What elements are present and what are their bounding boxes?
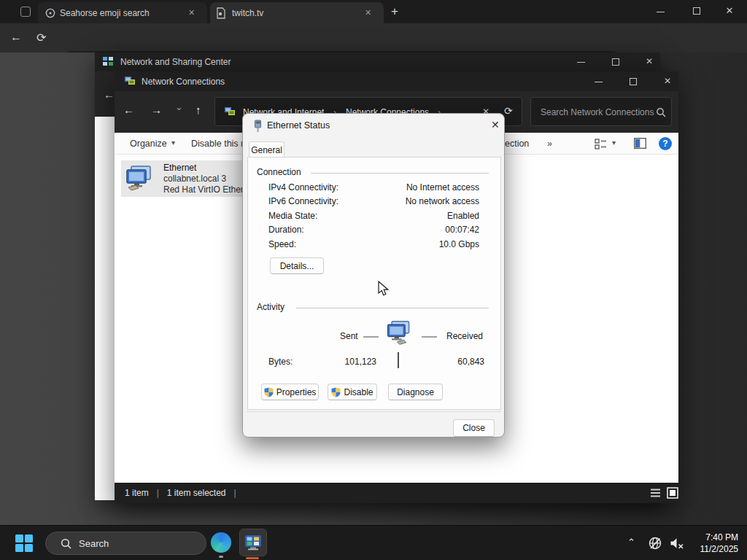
- nc-address-icon: [224, 106, 236, 118]
- clock-date: 11/2/2025: [678, 543, 738, 555]
- details-view-icon[interactable]: [650, 488, 661, 498]
- nsc-maximize-button[interactable]: [612, 58, 619, 66]
- preview-pane-icon[interactable]: [634, 138, 646, 149]
- row-value: 00:07:42: [445, 225, 479, 235]
- general-tab-page: Connection IPv4 Connectivity: No Interne…: [247, 157, 501, 410]
- row-label: Duration:: [268, 225, 304, 235]
- uac-shield-icon: [264, 387, 274, 397]
- taskbar-search-box[interactable]: Search: [45, 532, 206, 555]
- ethernet-connection-icon: [125, 163, 156, 194]
- nsc-close-button[interactable]: ✕: [646, 56, 653, 66]
- disable-button[interactable]: Disable: [328, 384, 377, 400]
- nc-back-icon[interactable]: ←: [123, 104, 134, 116]
- row-label: IPv6 Connectivity:: [268, 196, 338, 206]
- row-value: No Internet access: [406, 182, 479, 192]
- diagnose-button[interactable]: Diagnose: [388, 384, 443, 400]
- nsc-title-bar[interactable]: Network and Sharing Center ✕: [95, 52, 660, 71]
- dialog-close-icon[interactable]: ✕: [491, 119, 500, 131]
- dialog-ethernet-icon: [253, 120, 263, 133]
- browser-restore-button[interactable]: [693, 7, 700, 15]
- tab1-favicon: [45, 8, 55, 18]
- nc-up-icon[interactable]: ↑: [196, 104, 201, 116]
- ethernet-connection-item[interactable]: Ethernet collabnet.local 3 Red Hat VirtI…: [121, 160, 242, 197]
- nc-minimize-button[interactable]: [595, 82, 603, 82]
- tab1-close-icon[interactable]: ✕: [188, 8, 195, 18]
- command-overflow-icon[interactable]: »: [547, 139, 552, 149]
- search-icon: [656, 107, 666, 117]
- status-separator: |: [149, 488, 167, 498]
- large-icons-view-icon[interactable]: [667, 487, 678, 499]
- sent-label: Sent: [340, 331, 358, 341]
- ethernet-status-dialog[interactable]: Ethernet Status ✕ General Connection IPv…: [242, 113, 505, 438]
- browser-refresh-icon[interactable]: ⟳: [36, 31, 46, 44]
- tab-general[interactable]: General: [249, 141, 285, 158]
- nc-search-box[interactable]: Search Network Connections: [530, 97, 672, 126]
- start-button[interactable]: [15, 534, 34, 553]
- organize-caret-icon: ▾: [171, 139, 175, 147]
- sent-dash: [363, 336, 379, 338]
- no-internet-globe-icon[interactable]: [648, 536, 662, 551]
- organize-button[interactable]: Organize: [130, 139, 167, 149]
- help-icon[interactable]: ?: [659, 137, 672, 150]
- connection-device: Red Hat VirtIO Ether: [163, 184, 244, 195]
- tab-workspace-icon[interactable]: [20, 7, 31, 17]
- tray-chevron-up-icon[interactable]: ⌃: [627, 537, 635, 548]
- row-label: Speed:: [268, 239, 296, 249]
- browser-minimize-button[interactable]: [657, 12, 665, 12]
- connection-name: Ethernet: [163, 163, 244, 174]
- disable-device-button[interactable]: Disable this n: [191, 139, 246, 149]
- new-tab-button[interactable]: +: [391, 4, 398, 19]
- edge-running-indicator: [219, 556, 223, 558]
- desktop: Seahorse emoji search ✕ twitch.tv ✕ + ✕ …: [0, 0, 747, 560]
- nsc-minimize-button[interactable]: [577, 62, 585, 63]
- tab-twitch[interactable]: twitch.tv ✕: [210, 2, 384, 23]
- browser-back-icon[interactable]: ←: [10, 31, 22, 44]
- row-value: No network access: [406, 196, 479, 206]
- nc-forward-icon[interactable]: →: [151, 104, 162, 116]
- uac-shield-icon: [331, 387, 341, 397]
- edge-taskbar-icon[interactable]: [211, 532, 231, 553]
- selected-count: 1 item selected: [167, 488, 226, 498]
- activity-computer-icon: [385, 319, 413, 347]
- bytes-label: Bytes:: [268, 357, 293, 367]
- nc-search-placeholder: Search Network Connections: [541, 107, 654, 117]
- row-value: Enabled: [447, 211, 479, 221]
- view-caret-icon[interactable]: ▾: [612, 139, 616, 147]
- nc-recent-locations-icon[interactable]: ⌄: [175, 101, 183, 112]
- dialog-title: Ethernet Status: [267, 120, 330, 131]
- row-value: 10.0 Gbps: [439, 239, 479, 249]
- taskbar-search-placeholder: Search: [79, 538, 109, 549]
- nsc-back-icon[interactable]: ←: [104, 88, 115, 101]
- row-label: Media State:: [268, 211, 317, 221]
- item-count: 1 item: [115, 488, 149, 498]
- properties-button[interactable]: Properties: [261, 384, 319, 400]
- nc-close-button[interactable]: ✕: [664, 76, 671, 86]
- change-view-icon[interactable]: [595, 139, 607, 149]
- nc-title-bar[interactable]: Network Connections ✕: [115, 71, 678, 91]
- connection-group-label: Connection: [257, 167, 301, 177]
- details-button[interactable]: Details...: [270, 257, 324, 274]
- nc-maximize-button[interactable]: [630, 78, 637, 85]
- dialog-footer-line: [246, 411, 501, 412]
- status-separator: |: [226, 488, 244, 498]
- tab-seahorse[interactable]: Seahorse emoji search ✕: [38, 2, 207, 23]
- activity-group-label: Activity: [257, 302, 285, 312]
- address-refresh-icon[interactable]: ⟳: [504, 105, 513, 117]
- control-panel-taskbar-icon[interactable]: [239, 529, 267, 556]
- received-bytes-value: 60,843: [436, 357, 484, 367]
- received-dash: [422, 336, 437, 338]
- tab2-close-icon[interactable]: ✕: [365, 8, 371, 18]
- bytes-separator: [398, 352, 399, 368]
- taskbar-clock[interactable]: 7:40 PM 11/2/2025: [678, 532, 738, 555]
- tab2-favicon: [216, 7, 226, 19]
- connection-group-line: [311, 173, 489, 174]
- browser-close-button[interactable]: ✕: [719, 5, 740, 16]
- sent-bytes-value: 101,123: [328, 357, 376, 367]
- activity-group-line: [296, 308, 489, 308]
- control-panel-glyph: [244, 534, 262, 551]
- connection-network: collabnet.local 3: [163, 174, 244, 184]
- search-icon: [61, 538, 71, 549]
- browser-toolbar: ← ⟳ twitch.tv/low_plankton_3329 A⁾ ☆ ☆ I…: [0, 23, 747, 52]
- close-button[interactable]: Close: [453, 419, 495, 437]
- browser-tab-bar: Seahorse emoji search ✕ twitch.tv ✕ + ✕: [0, 0, 747, 23]
